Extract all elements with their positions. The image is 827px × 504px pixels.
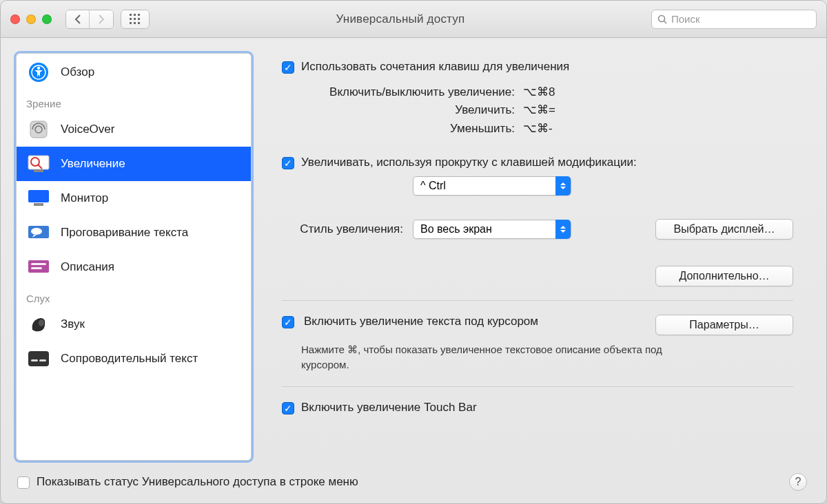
choose-display-button[interactable]: Выбрать дисплей… (655, 219, 793, 240)
chevron-updown-icon (555, 220, 571, 239)
modifier-value: ^ Ctrl (420, 180, 550, 192)
svg-rect-4 (134, 18, 136, 20)
audio-icon (26, 314, 51, 335)
zoom-style-row: Стиль увеличения: Во весь экран Выбрать … (282, 219, 793, 240)
zoom-out-keys: ⌥⌘- (523, 120, 553, 138)
svg-rect-25 (31, 263, 46, 265)
captions-icon (26, 348, 51, 369)
sidebar-item-label: Звук (61, 317, 85, 331)
zoom-in-label: Увеличить: (301, 101, 515, 119)
toggle-zoom-label: Включить/выключить увеличение: (301, 83, 515, 101)
svg-point-27 (39, 319, 44, 326)
zoom-style-label: Стиль увеличения: (282, 222, 403, 236)
svg-rect-3 (130, 18, 132, 20)
svg-point-13 (37, 67, 40, 70)
svg-rect-24 (28, 260, 49, 273)
sidebar-item-overview[interactable]: Обзор (17, 55, 251, 90)
zoom-style-value: Во весь экран (420, 223, 550, 235)
shortcut-list: Включить/выключить увеличение:⌥⌘8 Увелич… (301, 83, 793, 138)
divider (282, 300, 793, 301)
svg-point-23 (31, 228, 42, 235)
window-controls (10, 14, 52, 24)
sidebar-section-vision: Зрение (17, 90, 251, 112)
hover-options-button[interactable]: Параметры… (655, 315, 793, 335)
sidebar-item-display[interactable]: Монитор (17, 181, 251, 216)
hover-text-checkbox[interactable]: ✓ (282, 316, 294, 328)
svg-rect-6 (130, 22, 132, 24)
svg-rect-1 (134, 14, 136, 16)
touchbar-label: Включить увеличение Touch Bar (301, 401, 477, 414)
voiceover-icon (26, 119, 51, 140)
hover-text-hint: Нажмите ⌘, чтобы показать увеличенное те… (301, 342, 687, 372)
touchbar-row: ✓ Включить увеличение Touch Bar (282, 401, 793, 414)
svg-rect-30 (39, 359, 46, 361)
scroll-modifier-label: Увеличивать, используя прокрутку с клави… (301, 156, 637, 169)
touchbar-checkbox[interactable]: ✓ (282, 402, 294, 414)
svg-rect-2 (138, 14, 140, 16)
forward-button[interactable] (90, 10, 113, 28)
svg-line-10 (664, 21, 667, 23)
sidebar-item-label: Сопроводительный текст (61, 352, 198, 366)
system-preferences-window: Универсальный доступ Обзор Зрение (0, 0, 827, 504)
svg-rect-20 (28, 190, 49, 202)
zoom-style-dropdown[interactable]: Во весь экран (413, 220, 571, 239)
sidebar-item-voiceover[interactable]: VoiceOver (17, 112, 251, 147)
search-field[interactable] (651, 10, 817, 29)
svg-rect-7 (134, 22, 136, 24)
scroll-modifier-row: ✓ Увеличивать, используя прокрутку с кла… (282, 156, 793, 169)
svg-rect-21 (34, 203, 43, 206)
sidebar-item-descriptions[interactable]: Описания (17, 250, 251, 284)
descriptions-icon (26, 257, 51, 277)
fullscreen-button[interactable] (42, 14, 52, 24)
advanced-button[interactable]: Дополнительно… (655, 266, 793, 286)
svg-rect-17 (34, 169, 43, 172)
svg-rect-29 (31, 359, 38, 361)
sidebar-section-hearing: Слух (17, 284, 251, 307)
content-area: Обзор Зрение VoiceOver Увеличение (1, 38, 826, 503)
sidebar-item-zoom[interactable]: Увеличение (17, 147, 251, 181)
hover-text-label: Включить увеличение текста под курсором (304, 315, 538, 328)
show-status-label: Показывать статус Универсального доступа… (37, 475, 358, 489)
hover-text-row: ✓ Включить увеличение текста под курсоро… (282, 315, 793, 335)
use-shortcuts-label: Использовать сочетания клавиш для увелич… (301, 60, 569, 74)
svg-rect-26 (31, 267, 42, 269)
zoom-out-label: Уменьшить: (301, 120, 515, 138)
close-button[interactable] (10, 14, 20, 24)
titlebar: Универсальный доступ (1, 1, 826, 38)
display-icon (26, 188, 51, 209)
svg-rect-0 (130, 14, 132, 16)
use-shortcuts-row: ✓ Использовать сочетания клавиш для увел… (282, 60, 793, 74)
footer: Показывать статус Универсального доступа… (16, 473, 811, 491)
use-shortcuts-checkbox[interactable]: ✓ (282, 61, 294, 74)
sidebar-item-audio[interactable]: Звук (17, 307, 251, 342)
sidebar-item-label: Описания (61, 260, 114, 274)
zoom-settings-panel: ✓ Использовать сочетания клавиш для увел… (264, 53, 811, 461)
divider (282, 386, 793, 387)
modifier-dropdown[interactable]: ^ Ctrl (413, 176, 571, 196)
sidebar-item-speech[interactable]: Проговаривание текста (17, 216, 251, 250)
scroll-modifier-checkbox[interactable]: ✓ (282, 157, 294, 169)
grid-icon (121, 10, 149, 28)
svg-rect-28 (28, 351, 49, 366)
accessibility-icon (26, 62, 51, 83)
zoom-icon (26, 154, 51, 174)
sidebar-item-label: Проговаривание текста (61, 226, 188, 240)
sidebar[interactable]: Обзор Зрение VoiceOver Увеличение (16, 53, 252, 461)
sidebar-item-label: Обзор (61, 65, 94, 79)
search-icon (657, 14, 667, 24)
sidebar-item-label: Увеличение (61, 157, 125, 171)
sidebar-item-label: VoiceOver (61, 123, 114, 136)
svg-point-9 (659, 15, 665, 21)
show-all-button[interactable] (121, 10, 150, 29)
zoom-in-keys: ⌥⌘= (523, 101, 555, 119)
show-status-checkbox[interactable] (17, 476, 30, 489)
chevron-updown-icon (555, 176, 571, 196)
window-title: Универсальный доступ (156, 12, 644, 26)
minimize-button[interactable] (26, 14, 36, 24)
help-button[interactable]: ? (789, 473, 807, 491)
back-button[interactable] (66, 10, 90, 28)
sidebar-item-captions[interactable]: Сопроводительный текст (17, 342, 251, 376)
speech-icon (26, 222, 51, 243)
search-input[interactable] (671, 13, 810, 25)
svg-rect-5 (138, 18, 140, 20)
